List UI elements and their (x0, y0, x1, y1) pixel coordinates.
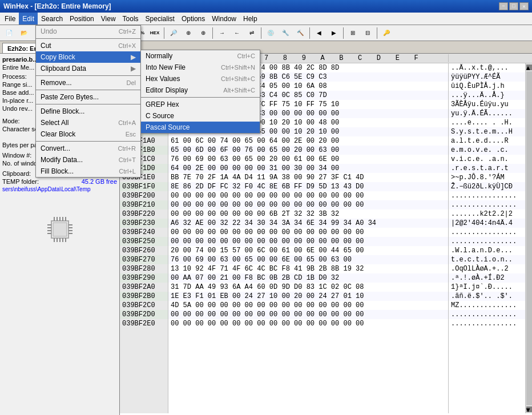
tool3[interactable]: 🔨 (293, 27, 307, 39)
tool5[interactable]: ▶ (327, 27, 341, 39)
ascii-cell: yu.ÿ.Ä.ÉÃ...... (449, 109, 525, 118)
tool8[interactable]: 🔑 (380, 27, 393, 39)
close-button[interactable]: ✕ (519, 2, 529, 10)
menu-undo[interactable]: Undo Ctrl+Z (36, 26, 140, 37)
menu-options[interactable]: Options (178, 13, 208, 25)
menu-clipboard-data[interactable]: Clipboard Data ▶ (36, 63, 140, 74)
hex2-button[interactable]: HEX (148, 27, 162, 39)
copy-block-submenu[interactable]: Normally Ctrl+C Into New File Ctrl+Shift… (140, 50, 260, 134)
hex-cell[interactable]: BB 7E 70 2F 1A 4A D4 11 9A 38 00 90 27 3… (168, 173, 448, 182)
offset-cell: 039BF2B0 (120, 292, 168, 301)
window-controls[interactable]: − □ ✕ (499, 2, 529, 10)
menu-paste-zero[interactable]: Paste Zero Bytes... (36, 91, 140, 103)
sep4 (164, 27, 164, 39)
scroll-track[interactable] (526, 71, 532, 405)
find-button[interactable]: 🔎 (167, 27, 180, 39)
nav-right[interactable]: → (215, 27, 229, 39)
ascii-cell: ....e.... . .H. (449, 118, 525, 127)
edit-menu-dropdown[interactable]: Undo Ctrl+Z Cut Ctrl+X Copy Block ▶ Clip… (35, 25, 141, 178)
scrollbar[interactable]: ▲ ▼ (525, 63, 532, 413)
menu-file[interactable]: File (1, 13, 19, 25)
submenu-new-file[interactable]: Into New File Ctrl+Shift+N (141, 62, 260, 73)
ascii-cell: ûiQ.ÈuPÌÅ.j.h (449, 82, 525, 91)
minimize-button[interactable]: − (499, 2, 508, 10)
menu-modify-data[interactable]: Modify Data... Ctrl+T (36, 154, 140, 166)
menu-edit[interactable]: Edit (19, 13, 38, 25)
menu-fill-block[interactable]: Fill Block... Ctrl+L (36, 166, 140, 177)
hex-cell[interactable]: 61 00 6C 00 74 00 65 00 64 00 2E 00 20 0… (168, 136, 448, 146)
submenu-pascal-source[interactable]: Pascal Source (141, 122, 260, 133)
open-button[interactable]: 📂 (17, 27, 31, 39)
submenu-hex-values[interactable]: Hex Values Ctrl+Shift+C (141, 73, 260, 84)
ascii-cell: .r.e.s.t.a.r.t (449, 164, 525, 173)
hex-cell[interactable]: 4D 5A 00 00 00 00 00 00 00 00 00 00 00 0… (168, 301, 448, 310)
tool2[interactable]: 🔧 (279, 27, 292, 39)
menu-sep1 (36, 38, 140, 39)
hex-cell[interactable]: 00 00 00 00 00 00 00 00 00 00 00 00 00 0… (168, 200, 448, 209)
temp-size: 45.2 GB free (82, 178, 117, 185)
menu-remove[interactable]: Remove... Del (36, 77, 140, 88)
hex-cell[interactable]: 76 00 69 00 63 00 65 00 20 00 61 00 6E 0… (168, 155, 448, 164)
hex-cell[interactable]: 76 00 69 00 63 00 65 00 00 6E 00 65 00 6… (168, 255, 448, 264)
tool6[interactable]: ⊞ (346, 27, 360, 39)
submenu-normally[interactable]: Normally Ctrl+C (141, 50, 260, 62)
hex-cell[interactable]: 00 00 00 00 00 00 00 00 6B 2T 32 32 3B 3… (168, 209, 448, 219)
menu-help[interactable]: Help (240, 13, 261, 25)
menu-tools[interactable]: Tools (119, 13, 142, 25)
disk-button[interactable]: 💿 (264, 27, 277, 39)
ascii-cell: S.y.s.t.e.m...H (449, 127, 525, 136)
ascii-cell: .W.l.a.n.D.e... (449, 246, 525, 255)
offset-cell: 039BF2E0 (120, 319, 168, 328)
scroll-up[interactable]: ▲ (526, 65, 532, 70)
find3-button[interactable]: ⊕ (196, 27, 210, 39)
ascii-cell: ................ (449, 191, 525, 200)
scroll-down[interactable]: ▼ (526, 406, 532, 412)
hex-cell[interactable]: 20 00 74 00 15 57 00 6C 00 61 00 6E 00 4… (168, 246, 448, 255)
menu-copy-block[interactable]: Copy Block ▶ (36, 51, 140, 63)
temp-row: TEMP folder: 45.2 GB free (2, 178, 117, 185)
hex-cell[interactable]: 00 00 00 00 00 00 00 00 00 00 00 00 00 0… (168, 191, 448, 200)
menu-view[interactable]: View (98, 13, 119, 25)
submenu-grep-hex[interactable]: GREP Hex (141, 99, 260, 110)
find2-button[interactable]: ⊕ (182, 27, 195, 39)
menu-cut[interactable]: Cut Ctrl+X (36, 40, 140, 51)
window-num-label: Window #: (2, 152, 31, 159)
menu-select-all[interactable]: Select All Ctrl+A (36, 117, 140, 128)
maximize-button[interactable]: □ (509, 2, 518, 10)
menu-window[interactable]: Window (208, 13, 240, 25)
hex-cell[interactable]: 1E E3 F1 01 EB 00 24 27 10 00 20 00 24 2… (168, 292, 448, 301)
menu-convert[interactable]: Convert... Ctrl+R (36, 143, 140, 154)
hex-cell[interactable]: 8E 86 2D DF FC 32 F0 4C 8E 6B FF D9 5D 1… (168, 182, 448, 191)
menu-clear-block[interactable]: Clear Block Esc (36, 128, 140, 140)
menu-position[interactable]: Position (66, 13, 98, 25)
hex-cell[interactable]: 00 00 00 00 00 00 00 00 00 00 00 00 00 0… (168, 310, 448, 319)
ascii-cell: |2@2'404:4n4Ä.4 (449, 219, 525, 228)
window-title: WinHex - [Ezh2o: Entire Memory] (3, 2, 111, 10)
ascii-cell: ................ (449, 228, 525, 237)
hex-cell[interactable]: 31 7D AA 49 93 6A A4 60 0D 9D D0 83 1C 0… (168, 283, 448, 292)
offset-cell: 039BF2D0 (120, 310, 168, 319)
new-button[interactable]: 📄 (2, 27, 16, 39)
menu-define-block[interactable]: Define Block... (36, 106, 140, 117)
hex-cell[interactable]: 13 10 92 4F 71 4F 6C 4C BC F8 41 9B 2B 8… (168, 264, 448, 273)
nav-left[interactable]: ← (230, 27, 244, 39)
menu-sep5 (36, 141, 140, 142)
hex-cell[interactable]: A6 32 AE 00 32 22 34 30 34 3A 34 6E 34 9… (168, 219, 448, 228)
tool7[interactable]: ⊟ (361, 27, 374, 39)
ascii-column: ..Ä..x.t.@,...ÿüÿüPYY.Æ^ÉÃûiQ.ÈuPÌÅ.j.h.… (448, 63, 525, 413)
hex-cell[interactable]: 65 00 6D 00 6F 00 76 00 65 00 20 00 63 0… (168, 146, 448, 155)
range-label: Range si... (2, 81, 33, 88)
hex-cell[interactable]: 00 00 00 00 00 00 00 00 00 00 00 00 00 0… (168, 319, 448, 328)
submenu-editor-display[interactable]: Editor Display Alt+Shift+C (141, 84, 260, 96)
menu-specialist[interactable]: Specialist (142, 13, 178, 25)
offset-cell: 039BF210 (120, 200, 168, 209)
hex-cell[interactable]: 00 00 00 00 00 00 00 00 00 00 00 00 00 0… (168, 237, 448, 246)
menu-search[interactable]: Search (38, 13, 66, 25)
submenu-c-source[interactable]: C Source (141, 110, 260, 122)
hex-cell[interactable]: 00 AA 07 00 21 00 F8 BC 0B 2B CD 1B D0 3… (168, 273, 448, 283)
offset-cell: 039BF290 (120, 273, 168, 283)
nav-arrows[interactable]: ⇌ (245, 27, 259, 39)
tool4[interactable]: ◀ (312, 27, 326, 39)
hex-cell[interactable]: 64 00 2E 00 00 00 00 00 31 00 30 00 34 0… (168, 164, 448, 173)
hex-cell[interactable]: 00 00 00 00 00 00 00 00 00 00 00 00 00 0… (168, 228, 448, 237)
